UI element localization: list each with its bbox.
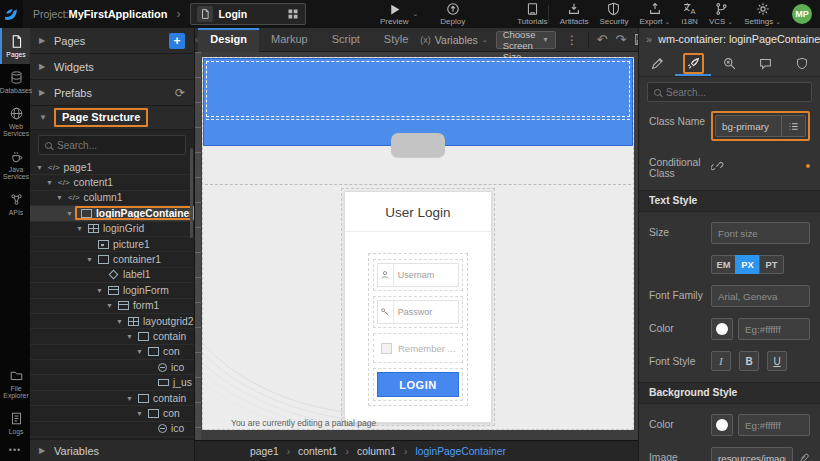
inspector-search[interactable] (647, 82, 812, 102)
breadcrumb-item[interactable]: column1 (357, 446, 415, 457)
section-page-structure[interactable]: ▼ Page Structure (30, 106, 194, 130)
tree-item-picture1[interactable]: ▼ picture1 (30, 237, 194, 252)
tree-item-container1[interactable]: ▼ container1 (30, 252, 194, 267)
class-list-button[interactable] (782, 115, 806, 137)
refresh-icon[interactable]: ⟳ (175, 86, 185, 100)
i18n-button[interactable]: A i18N (681, 2, 697, 26)
page-tab-login[interactable]: Login (190, 3, 306, 25)
tree-item-label1[interactable]: ▼ label1 (30, 268, 194, 283)
artifacts-button[interactable]: Artifacts (560, 2, 589, 26)
rail-more-button[interactable]: ••• (0, 441, 30, 461)
unit-px[interactable]: PX (735, 255, 760, 274)
add-page-button[interactable]: + (169, 33, 185, 49)
text-color-input[interactable] (738, 318, 810, 340)
caret-down-icon[interactable]: ▼ (124, 333, 135, 340)
rail-item-java-services[interactable]: Java Services (0, 143, 30, 186)
tab-design[interactable]: Design (198, 28, 259, 52)
tree-item-column1[interactable]: ▼ column1 (30, 191, 194, 206)
tab-properties[interactable] (639, 50, 675, 76)
structure-search-input[interactable] (57, 140, 179, 151)
remember-checkbox[interactable] (381, 343, 392, 354)
rail-item-logs[interactable]: Logs (0, 405, 30, 441)
font-size-input[interactable] (711, 222, 810, 244)
rail-item-pages[interactable]: Pages (0, 28, 30, 64)
export-button[interactable]: Export⌄ (639, 2, 670, 26)
tab-security[interactable] (784, 50, 820, 76)
caret-down-icon[interactable]: ▼ (94, 287, 105, 294)
tab-markup[interactable]: Markup (259, 28, 320, 52)
rail-item-file-explorer[interactable]: File Explorer (0, 362, 30, 405)
tab-messages[interactable] (748, 50, 784, 76)
breadcrumb-item[interactable]: page1 (250, 446, 298, 457)
attach-image-icon[interactable] (798, 452, 810, 461)
settings-button[interactable]: Settings⌄ (744, 2, 781, 26)
rail-item-web-services[interactable]: Web Services (0, 100, 30, 143)
username-input[interactable] (394, 270, 458, 280)
rail-item-apis[interactable]: APIs (0, 186, 30, 222)
collapse-panel-icon[interactable]: » (646, 33, 652, 45)
page-canvas[interactable]: User Login (202, 57, 634, 430)
text-color-swatch[interactable] (711, 318, 733, 340)
tab-style[interactable]: Style (372, 28, 420, 52)
bold-button[interactable]: B (739, 351, 759, 371)
caret-down-icon[interactable]: ▼ (134, 410, 145, 417)
bind-link-icon[interactable] (711, 159, 724, 172)
tab-events[interactable] (711, 50, 747, 76)
variables-dropdown[interactable]: (x) Variables ⌄ (420, 34, 487, 46)
bg-color-input[interactable] (738, 414, 810, 436)
tree-item-layoutgrid2[interactable]: ▼ layoutgrid2 (30, 314, 194, 329)
caret-down-icon[interactable]: ▼ (54, 194, 65, 201)
security-button[interactable]: Security (600, 2, 629, 26)
section-variables[interactable]: ▶ Variables (30, 439, 194, 461)
preview-button[interactable]: Preview ⌄ (380, 3, 418, 26)
breadcrumb-item[interactable]: content1 (298, 446, 357, 457)
tree-item-contain[interactable]: ▼ contain (30, 329, 194, 344)
tree-item-j_us[interactable]: ▼ j_us (30, 375, 194, 390)
password-input[interactable] (394, 307, 458, 317)
tree-item-contain[interactable]: ▼ contain (30, 391, 194, 406)
tab-styles[interactable] (675, 50, 711, 76)
section-prefabs[interactable]: ▶ Prefabs ⟳ (30, 80, 194, 106)
unit-pt[interactable]: PT (759, 255, 784, 274)
login-form[interactable]: Remember ... LOGIN (368, 253, 468, 406)
user-avatar[interactable]: MP (792, 4, 812, 24)
section-pages[interactable]: ▶ Pages + (30, 28, 194, 54)
tree-item-page1[interactable]: ▼ page1 (30, 160, 194, 175)
screen-size-select[interactable]: -- Choose Screen Size -- ▼ (496, 31, 556, 49)
class-name-input[interactable] (715, 115, 782, 137)
undo-button[interactable]: ↶ (596, 32, 607, 47)
wavemaker-logo-icon[interactable] (0, 0, 23, 28)
tab-script[interactable]: Script (320, 28, 372, 52)
inspector-search-input[interactable] (666, 87, 805, 98)
deploy-button[interactable]: Deploy (440, 2, 465, 26)
tree-item-loginGrid[interactable]: ▼ loginGrid (30, 222, 194, 237)
unit-em[interactable]: EM (711, 255, 736, 274)
tree-item-ico[interactable]: ▼ ico (30, 360, 194, 375)
login-button[interactable]: LOGIN (377, 372, 459, 397)
structure-search[interactable] (38, 135, 186, 155)
tree-item-loginPageContainer[interactable]: ▼ loginPageContainer (30, 206, 194, 221)
tutorials-button[interactable]: Tutorials (517, 2, 547, 26)
breadcrumb-item[interactable]: loginPageContainer (415, 446, 505, 457)
caret-down-icon[interactable]: ▼ (84, 256, 95, 263)
bg-color-swatch[interactable] (711, 414, 733, 436)
tree-item-con[interactable]: ▼ con (30, 406, 194, 421)
tree-item-content1[interactable]: ▼ content1 (30, 175, 194, 190)
grid-view-icon[interactable] (287, 8, 299, 20)
explorer-scrollbar[interactable] (190, 148, 193, 238)
rail-item-databases[interactable]: Databases (0, 64, 30, 100)
caret-down-icon[interactable]: ▼ (74, 225, 85, 232)
tree-item-ico[interactable]: ▼ ico (30, 422, 194, 437)
login-card[interactable]: User Login (344, 191, 492, 423)
picture-placeholder[interactable] (391, 133, 445, 157)
tree-item-con[interactable]: ▼ con (30, 345, 194, 360)
caret-down-icon[interactable]: ▼ (104, 302, 115, 309)
tree-item-form1[interactable]: ▼ form1 (30, 299, 194, 314)
redo-button[interactable]: ↷ (615, 32, 626, 47)
caret-down-icon[interactable]: ▼ (134, 348, 145, 355)
bg-image-input[interactable] (711, 447, 793, 461)
underline-button[interactable]: U (767, 351, 787, 371)
caret-down-icon[interactable]: ▼ (124, 395, 135, 402)
caret-down-icon[interactable]: ▼ (44, 179, 55, 186)
caret-down-icon[interactable]: ▼ (114, 318, 125, 325)
